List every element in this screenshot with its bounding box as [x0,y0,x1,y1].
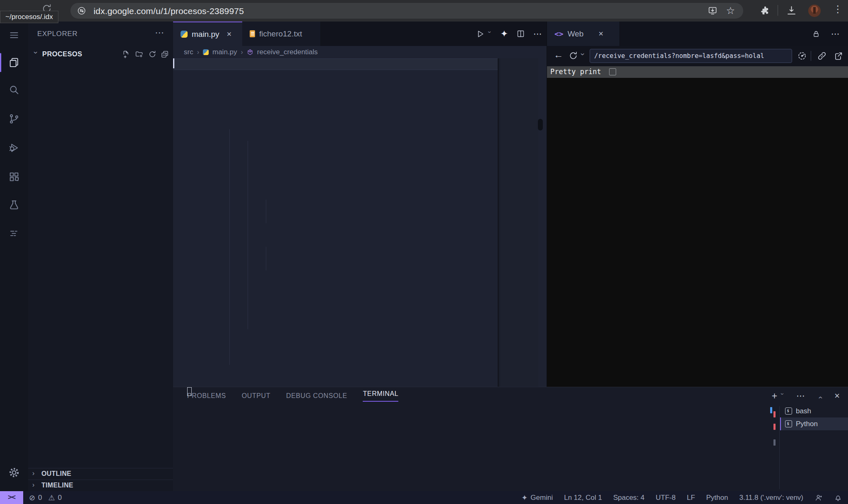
idx-ai-view-icon[interactable] [0,224,28,243]
tab-fichero12-txt[interactable]: fichero12.txt [242,22,321,46]
sidebar-more-icon[interactable]: ⋯ [155,27,164,38]
activity-bar [0,22,29,491]
maximize-panel-icon[interactable]: › [816,393,824,399]
explorer-view-icon[interactable] [0,53,28,72]
breadcrumb-separator: › [241,48,243,56]
errors-count: 0 [38,494,42,502]
session-bash[interactable]: bash [780,405,848,417]
warnings-icon: ⚠ [48,493,55,502]
run-dropdown-icon[interactable]: › [485,31,494,37]
pretty-print-checkbox[interactable] [609,68,616,75]
testing-beaker-icon[interactable] [0,195,28,215]
profile-avatar[interactable] [808,5,821,17]
editor-more-icon[interactable]: ⋯ [533,29,542,39]
install-app-icon[interactable] [708,6,718,16]
timeline-section[interactable]: › TIMELINE [28,480,173,492]
tab-debug-console[interactable]: DEBUG CONSOLE [286,392,347,400]
minimap[interactable] [498,58,538,387]
refresh-icon[interactable] [148,50,157,58]
open-external-icon[interactable] [834,51,843,61]
new-terminal-icon[interactable]: +› [772,391,785,402]
split-editor-icon[interactable] [516,29,525,38]
menu-hamburger-icon[interactable] [0,26,28,45]
notifications-bell-icon[interactable] [834,494,842,502]
search-view-icon[interactable] [0,80,28,99]
site-settings-icon[interactable] [77,6,86,15]
terminal-mark-blue [770,407,772,413]
collapse-all-icon[interactable] [161,50,169,58]
status-language[interactable]: Python [706,494,728,502]
session-label: bash [796,407,811,415]
code-editor[interactable] [173,58,547,387]
tab-close-icon[interactable]: × [598,29,603,39]
browser-menu-kebab-icon[interactable]: ⋮ [833,4,843,15]
preview-reload-icon[interactable] [569,51,578,60]
accounts-person-icon[interactable] [814,494,823,502]
bookmark-star-icon[interactable]: ☆ [726,5,735,17]
preview-url-input[interactable]: /receive_credentials?nombre=lasfd&pass=h… [590,49,792,63]
status-encoding[interactable]: UTF-8 [656,494,676,502]
terminal-actions: +› ⋯ › × [772,387,840,405]
downloads-icon[interactable] [786,5,797,16]
breadcrumb-separator: › [197,48,199,56]
text-cursor [173,58,174,68]
pretty-print-bar: Pretty print [547,66,848,78]
tab-main-py[interactable]: main.py × [173,22,242,46]
close-panel-icon[interactable]: × [834,391,840,401]
errors-icon: ⊘ [29,493,35,502]
status-eol[interactable]: LF [687,494,695,502]
code-brackets-icon: <> [554,29,564,38]
tab-web-preview[interactable]: <> Web × [547,22,620,46]
run-debug-icon[interactable] [0,138,28,157]
web-preview-toolbar: ← › /receive_credentials?nombre=lasfd&pa… [547,46,848,66]
status-indentation[interactable]: Spaces: 4 [613,494,645,502]
section-twisty-icon[interactable]: › [32,51,40,57]
problems-status[interactable]: ⊘ 0 ⚠ 0 [29,491,62,504]
browser-address-bar[interactable]: idx.google.com/u/1/procesos-2389975 ☆ [70,3,743,19]
reload-dropdown-icon[interactable]: › [579,53,587,59]
indent-guide [229,129,230,365]
gemini-sparkle-icon[interactable]: ✦ [501,29,508,39]
breadcrumb-symbol[interactable]: receive_credentials [257,48,318,56]
browser-toolbar: ← → idx.google.com/u/1/procesos-2389975 … [0,0,848,22]
section-header-procesos[interactable]: › PROCESOS [28,46,173,63]
tab-label: fichero12.txt [259,29,302,39]
run-button[interactable]: › [476,29,492,39]
outline-section[interactable]: › OUTLINE [28,468,173,480]
extensions-puzzle-icon[interactable] [760,5,771,16]
new-folder-icon[interactable] [135,50,143,58]
status-cursor-position[interactable]: Ln 12, Col 1 [564,494,602,502]
timeline-twisty-icon[interactable]: › [32,481,38,490]
warnings-count: 0 [58,494,62,502]
pretty-print-label: Pretty print [550,68,601,76]
url-text[interactable]: idx.google.com/u/1/procesos-2389975 [94,6,244,16]
link-icon[interactable] [817,51,827,61]
source-control-icon[interactable] [0,109,28,128]
breadcrumb-main-py[interactable]: main.py [212,48,237,56]
terminal-more-icon[interactable]: ⋯ [796,391,805,401]
status-python-version[interactable]: 3.11.8 ('.venv': venv) [739,494,803,502]
new-file-icon[interactable] [122,50,130,58]
breadcrumb[interactable]: src › main.py › receive_credentials [173,46,547,58]
session-python[interactable]: Python [780,417,848,430]
settings-gear-icon[interactable] [0,463,28,482]
breadcrumb-src[interactable]: src [184,48,193,56]
current-line-highlight [173,58,498,70]
remote-indicator[interactable]: >< [0,491,23,504]
web-panel-more-icon[interactable]: ⋯ [831,29,840,39]
gauge-icon[interactable] [797,51,807,61]
preview-back-icon[interactable]: ← [554,49,563,60]
tab-terminal[interactable]: TERMINAL [363,390,398,402]
lock-icon[interactable] [812,30,820,38]
tab-output[interactable]: OUTPUT [242,392,270,400]
extensions-view-icon[interactable] [0,167,28,186]
outline-twisty-icon[interactable]: › [32,470,38,478]
editor-scrollbar-thumb[interactable] [538,119,543,130]
tab-problems[interactable]: PROBLEMS [187,392,226,400]
status-gemini[interactable]: ✦Gemini [521,493,553,502]
terminal-panel: PROBLEMS OUTPUT DEBUG CONSOLE TERMINAL +… [173,387,848,492]
tab-close-icon[interactable]: × [227,29,232,39]
idx-ide-screenshot: ← → idx.google.com/u/1/procesos-2389975 … [0,0,848,504]
terminal-session-icon [785,420,792,427]
terminal-list-separator [779,406,780,489]
